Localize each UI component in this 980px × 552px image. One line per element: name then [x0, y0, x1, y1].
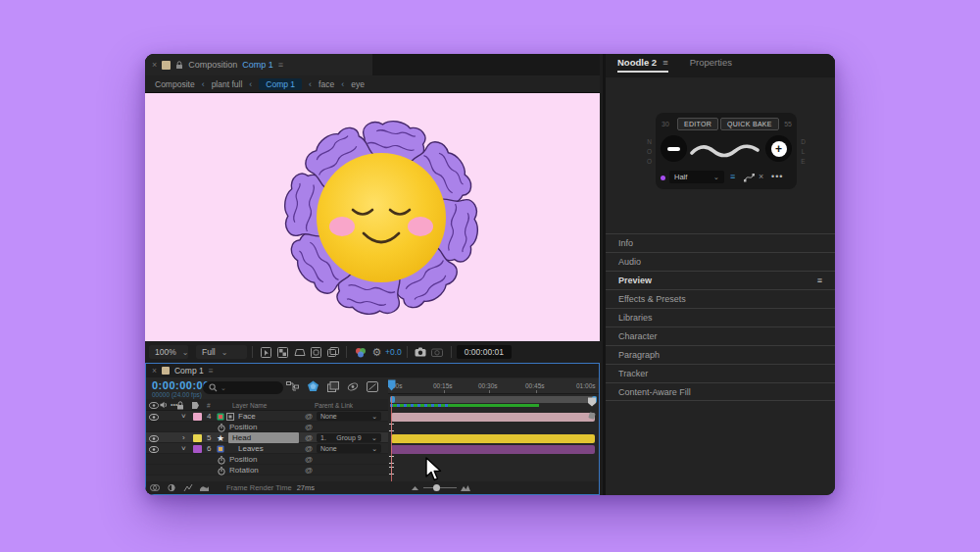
panel-audio[interactable]: Audio [606, 252, 835, 271]
panel-menu-icon[interactable]: ≡ [662, 57, 668, 68]
layer-name[interactable]: Face [238, 411, 256, 422]
current-timecode[interactable]: 0:00:00:00 [152, 379, 210, 391]
breadcrumb-eye[interactable]: eye [351, 79, 365, 89]
label-color-swatch[interactable] [193, 445, 202, 453]
close-icon[interactable]: × [152, 366, 157, 376]
eye-icon[interactable] [149, 402, 159, 409]
face-layer-bar[interactable] [391, 413, 595, 422]
property-row-position[interactable]: Position @ [146, 454, 388, 465]
lock-icon[interactable] [176, 401, 184, 410]
brainstorm-icon[interactable] [347, 381, 359, 392]
eye-icon[interactable] [149, 435, 159, 442]
panel-libraries[interactable]: Libraries [606, 308, 835, 326]
bezier-node-icon[interactable] [744, 173, 755, 182]
breadcrumb-face[interactable]: face [318, 79, 334, 89]
expand-caret-icon[interactable]: ˅ [181, 443, 186, 454]
panel-tracker[interactable]: Tracker [606, 364, 835, 382]
noodle-mode-dropdown[interactable]: Half ⌄ [669, 171, 724, 183]
property-name[interactable]: Position [229, 454, 257, 465]
blend-mode-icon[interactable]: ≡ [730, 172, 735, 181]
more-options-icon[interactable]: ••• [771, 172, 783, 181]
noodle-wave-curve[interactable] [689, 141, 763, 159]
pick-whip-icon[interactable]: @ [305, 432, 313, 443]
property-name[interactable]: Position [229, 422, 257, 432]
preview-time[interactable]: 0:00:00:01 [457, 345, 512, 359]
mini-flowchart-icon[interactable] [286, 381, 299, 392]
motion-blur-toggle-icon[interactable] [165, 481, 177, 494]
pick-whip-icon[interactable]: @ [305, 465, 313, 476]
breadcrumb-plant-full[interactable]: plant full [212, 79, 243, 89]
panel-content-aware-fill[interactable]: Content-Aware Fill [606, 382, 835, 401]
panel-menu-icon[interactable]: ≡ [278, 60, 283, 70]
layer-name-header[interactable]: Layer Name [232, 402, 267, 409]
resolution-dropdown[interactable]: Full ⌄ [196, 345, 247, 359]
zoom-out-mountain-icon[interactable] [409, 481, 421, 494]
expand-caret-icon[interactable]: ˅ [181, 411, 186, 422]
breadcrumb-composite[interactable]: Composite [155, 79, 195, 89]
playhead-marker[interactable] [388, 379, 396, 391]
comp-marker-bin-icon[interactable] [587, 397, 597, 407]
composition-viewport[interactable] [145, 93, 600, 341]
close-icon[interactable]: × [759, 172, 763, 181]
pick-whip-icon[interactable]: @ [305, 443, 313, 454]
draft-toggle-icon[interactable] [198, 481, 211, 494]
work-area-bar[interactable] [390, 396, 597, 403]
panel-info[interactable]: Info [606, 233, 835, 252]
parent-dropdown[interactable]: None ⌄ [317, 444, 381, 453]
transparency-grid-icon[interactable] [276, 346, 289, 359]
mask-visibility-icon[interactable] [310, 346, 322, 359]
show-channel-icon[interactable] [354, 346, 367, 359]
panel-paragraph[interactable]: Paragraph [606, 345, 835, 364]
parent-link-header[interactable]: Parent & Link [315, 402, 353, 409]
panel-effects-presets[interactable]: Effects & Presets [606, 289, 835, 308]
exposure-value[interactable]: +0.0 [385, 347, 402, 357]
leaves-layer-bar[interactable] [391, 445, 595, 454]
stopwatch-icon[interactable] [218, 424, 225, 432]
panel-menu-icon[interactable]: ≡ [209, 366, 214, 376]
zoom-in-mountain-icon[interactable] [459, 481, 471, 494]
exposure-icon[interactable]: ⚙ [370, 346, 383, 359]
plus-knob[interactable]: + [765, 135, 792, 162]
pick-whip-icon[interactable]: @ [305, 411, 313, 422]
layer-row-face[interactable]: ˅ 4 Face @ None ⌄ [146, 411, 388, 422]
property-name[interactable]: Rotation [229, 465, 259, 476]
minus-knob[interactable] [661, 135, 687, 162]
layer-name-selected[interactable]: Head [228, 432, 299, 443]
layer-name[interactable]: Leaves [238, 443, 264, 454]
timeline-track-area[interactable]: 00s 00:15s 00:30s 00:45s 01:00s [388, 364, 599, 494]
audio-icon[interactable] [160, 401, 168, 409]
property-row-rotation[interactable]: Rotation @ [146, 465, 388, 476]
stopwatch-icon[interactable] [218, 456, 225, 465]
pick-whip-icon[interactable]: @ [305, 422, 313, 432]
stopwatch-icon[interactable] [218, 467, 225, 476]
show-snapshot-icon[interactable] [431, 346, 444, 359]
panel-menu-icon[interactable]: ≡ [817, 276, 822, 285]
editor-button[interactable]: EDITOR [677, 118, 718, 130]
zoom-slider-knob[interactable] [433, 484, 440, 491]
motion-blur-icon[interactable] [307, 380, 319, 392]
panel-preview[interactable]: Preview≡ [606, 271, 835, 289]
label-color-swatch[interactable] [193, 434, 202, 442]
grid-guides-icon[interactable] [260, 346, 272, 359]
tab-properties[interactable]: Properties [690, 57, 732, 73]
panel-character[interactable]: Character [606, 326, 835, 345]
close-icon[interactable]: × [152, 60, 157, 70]
layer-row-head-selected[interactable]: › 5 ★ Head @ 1. Group 9 ⌄ [146, 432, 388, 443]
region-of-interest-icon[interactable] [293, 346, 306, 359]
magnification-dropdown[interactable]: 100% ⌄ [149, 345, 188, 359]
comp-button-icon[interactable] [588, 412, 596, 420]
property-row-position[interactable]: Position @ [146, 422, 388, 432]
frame-blend-toggle-icon[interactable] [148, 481, 161, 494]
timeline-zoom-slider[interactable] [423, 487, 457, 488]
breadcrumb-comp-1-active[interactable]: Comp 1 [259, 78, 302, 90]
timeline-search-input[interactable]: ⌄ [203, 381, 283, 394]
eye-icon[interactable] [149, 446, 159, 453]
collapse-caret-icon[interactable]: › [182, 432, 185, 443]
parent-dropdown[interactable]: None ⌄ [317, 412, 381, 421]
quick-bake-button[interactable]: QUICK BAKE [720, 118, 779, 130]
tab-composition[interactable]: × Composition Comp 1 ≡ [145, 54, 372, 75]
graph-toggle-icon[interactable] [181, 481, 194, 494]
pick-whip-icon[interactable]: @ [305, 454, 313, 465]
view-layout-icon[interactable] [326, 346, 339, 359]
label-color-swatch[interactable] [193, 413, 202, 421]
